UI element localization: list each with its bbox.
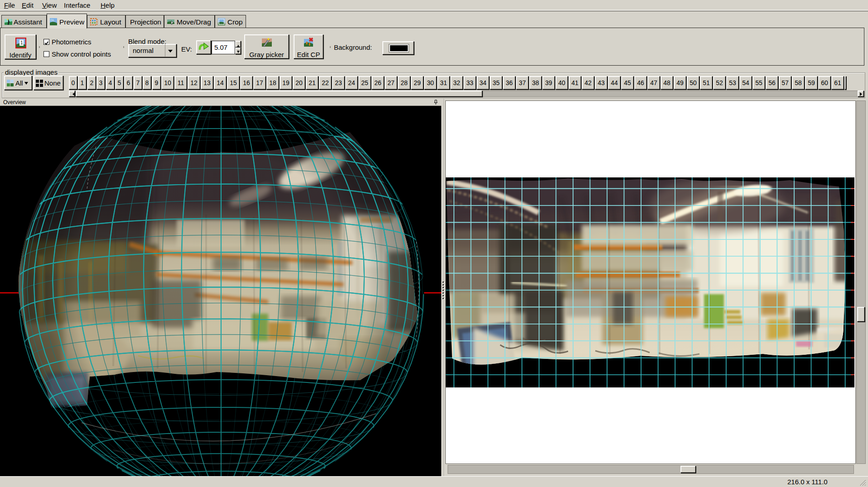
- svg-text:GL: GL: [50, 19, 54, 22]
- svg-text:1: 1: [20, 40, 23, 45]
